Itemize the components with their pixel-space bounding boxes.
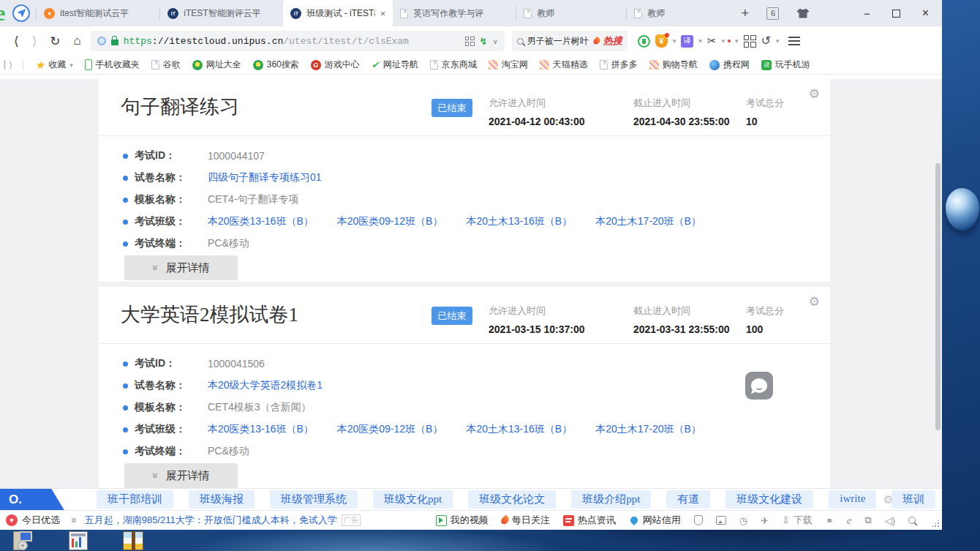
quick-link[interactable]: 班级海报 [189, 490, 255, 509]
address-bar[interactable]: https://itestcloud.unipus.cn/utest/itest… [91, 31, 505, 51]
class-link[interactable]: 本20土木13-16班（B） [466, 423, 572, 436]
tab-close-icon[interactable]: × [380, 8, 386, 19]
promo-ad-link[interactable]: 五月起，湖南985/211大学：开放低门槛成人本科，免试入学 [85, 514, 337, 527]
class-link[interactable]: 本20医类09-12班（B） [337, 423, 443, 436]
reader-mode-icon[interactable] [638, 35, 650, 48]
browser-tab-6[interactable]: 教师 [627, 0, 736, 26]
bookmark-hao[interactable]: ✔网址导航 [372, 59, 418, 71]
bookmark-favorites[interactable]: ★收藏▾ [35, 59, 73, 72]
quick-link[interactable]: 班级文化建设 [725, 490, 813, 509]
desktop-icon-installer[interactable] [12, 531, 35, 551]
quick-link[interactable]: 班级介绍ppt [571, 490, 651, 509]
paper-link[interactable]: 本20级大学英语2模拟卷1 [208, 379, 323, 392]
hot-search-label[interactable]: 热搜 [603, 34, 622, 48]
search-query[interactable]: 男子被一片树叶砸晕 [527, 35, 589, 48]
quick-link[interactable]: 班级文化论文 [468, 490, 556, 509]
bookmark-sites[interactable]: 网址大全 [192, 59, 241, 71]
undo-icon[interactable]: ↺ [761, 36, 771, 46]
resize-grip[interactable] [931, 519, 940, 528]
quick-link[interactable]: 班级管理系统 [270, 490, 358, 509]
volume-button[interactable]: ◁) [885, 515, 895, 526]
qr-code-icon[interactable] [465, 37, 475, 46]
quick-link[interactable]: iwrite [829, 490, 876, 509]
bookmark-pdd[interactable]: 拼多多 [600, 59, 638, 71]
info-value: 2021-04-30 23:55:00 [633, 116, 730, 127]
bookmark-taobao[interactable]: 淘宝网 [489, 59, 528, 71]
links-close-icon[interactable]: × [912, 493, 919, 506]
download-button[interactable]: ⇩下载 [782, 514, 813, 527]
class-link[interactable]: 本20土木17-20班（B） [595, 423, 701, 436]
expand-details-button[interactable]: »展开详情 [124, 255, 238, 280]
tab-count-badge[interactable]: 6 [766, 7, 779, 20]
wallet-shield-icon[interactable]: ¥ [655, 34, 668, 48]
theme-shirt-icon[interactable] [796, 9, 809, 18]
today-pick-label[interactable]: 今日优选 [22, 514, 60, 527]
chevron-down-icon[interactable]: ∨ [492, 37, 497, 45]
media-button[interactable] [716, 516, 726, 525]
desktop-icon-archive[interactable] [123, 531, 146, 551]
quick-link[interactable]: 班级文化ppt [373, 490, 453, 509]
multi-window-button[interactable]: ⧉ [864, 514, 871, 526]
safety-shield-button[interactable] [694, 515, 703, 525]
so-logo[interactable]: O. [0, 489, 64, 511]
apps-grid-icon[interactable] [744, 35, 756, 48]
bookmark-ctrip[interactable]: 携程网 [709, 59, 750, 71]
browser-tab-4[interactable]: 英语写作教学与评 [393, 0, 516, 26]
multi-account-button[interactable]: ⚭ [826, 515, 834, 526]
browser-tab-1[interactable]: O itest智能测试云平 [37, 0, 159, 26]
class-link[interactable]: 本20医类09-12班（B） [337, 215, 443, 228]
quick-link[interactable]: 班干部培训 [97, 490, 173, 509]
menu-icon[interactable] [788, 40, 800, 42]
class-link[interactable]: 本20土木17-20班（B） [595, 215, 701, 228]
site-indicator-icon[interactable] [97, 37, 106, 45]
bookmark-google[interactable]: 谷歌 [151, 59, 181, 71]
my-videos[interactable]: 我的视频 [436, 514, 489, 527]
gear-icon[interactable]: ⚙ [809, 86, 820, 102]
booster-rocket-button[interactable]: ✈ [761, 515, 769, 526]
browser-tab-5[interactable]: 教师 [516, 0, 626, 26]
paper-link[interactable]: 四级句子翻译专项练习01 [208, 171, 322, 184]
new-tab-button[interactable]: + [741, 5, 749, 21]
page-search-button[interactable] [908, 517, 919, 524]
bookmark-shopping[interactable]: 购物导航 [649, 59, 698, 71]
shield-icon [694, 515, 703, 525]
double-chevron-down-icon[interactable]: » [69, 517, 80, 523]
class-link[interactable]: 本20医类13-16班（B） [208, 423, 314, 436]
back-button[interactable]: ⟨ [14, 34, 19, 49]
class-link[interactable]: 本20医类13-16班（B） [208, 215, 314, 228]
desktop-icon-program[interactable] [69, 531, 92, 551]
bookmark-360search[interactable]: 360搜索 [253, 59, 299, 71]
hot-news[interactable]: 热点资讯 [563, 514, 616, 527]
ie-compat-button[interactable]: e [847, 514, 852, 527]
history-clock-button[interactable]: ◷ [739, 515, 747, 526]
screenshot-scissors-icon[interactable]: ✂ [707, 34, 717, 48]
window-close-button[interactable]: × [922, 7, 929, 20]
daily-follow[interactable]: 每日关注 [502, 514, 550, 527]
browser-tab-3-active[interactable]: iT 班级测试 - iTEST教 × [283, 0, 393, 26]
url-text[interactable]: https://itestcloud.unipus.cn/utest/itest… [124, 36, 460, 47]
search-box[interactable]: 男子被一片树叶砸晕 热搜 [512, 31, 627, 51]
quick-link[interactable]: 有道 [666, 490, 710, 509]
bookmark-mobile[interactable]: 手机收藏夹 [85, 59, 140, 71]
window-minimize-button[interactable]: − [864, 7, 870, 20]
forward-button[interactable]: ⟩ [32, 34, 37, 49]
expand-details-button[interactable]: »展开详情 [124, 463, 238, 488]
bookmark-mobilegames[interactable]: 说玩手机游 [761, 59, 810, 71]
scrollbar-thumb[interactable] [935, 163, 941, 430]
navigator-plane-icon[interactable] [12, 4, 30, 22]
bookmark-jd[interactable]: 京东商城 [430, 59, 477, 71]
reload-button[interactable]: ↻ [50, 34, 60, 49]
class-link[interactable]: 本20土木13-16班（B） [466, 215, 572, 228]
gear-icon[interactable]: ⚙ [809, 294, 820, 310]
window-maximize-button[interactable] [892, 10, 900, 18]
site-credit[interactable]: 网站信用 [629, 514, 681, 527]
chat-float-button[interactable] [745, 372, 773, 400]
bookmark-tmall[interactable]: 天猫精选 [540, 59, 588, 71]
bookmarks-expand-icon[interactable]: ▏⟩ [4, 60, 11, 70]
bookmark-gamecenter[interactable]: G游戏中心 [311, 59, 360, 71]
home-button[interactable]: ⌂ [74, 34, 81, 48]
links-settings-gear-icon[interactable]: ⚙ [883, 493, 893, 506]
speed-bolt-icon[interactable]: ↯ [480, 36, 488, 47]
translate-icon[interactable]: 译 [681, 35, 693, 48]
browser-tab-2[interactable]: iT iTEST智能测评云平 [160, 0, 283, 26]
